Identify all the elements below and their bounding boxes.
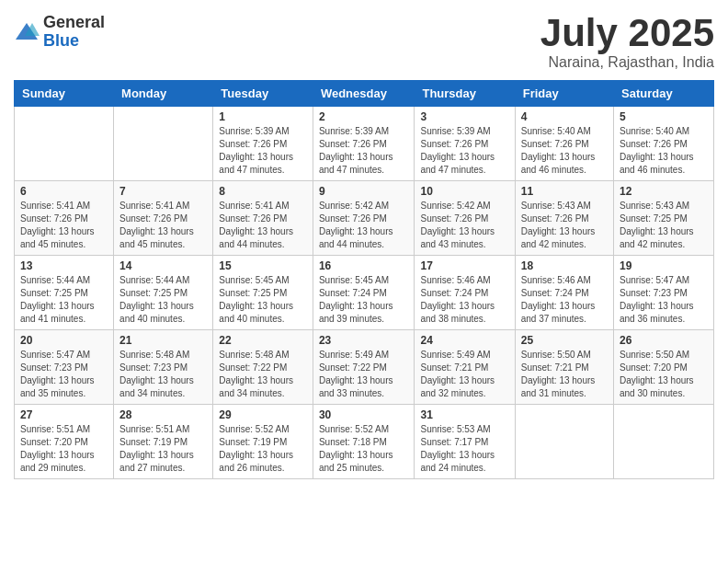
table-row: 20Sunrise: 5:47 AMSunset: 7:23 PMDayligh…	[15, 330, 114, 405]
col-friday: Friday	[515, 81, 613, 107]
day-number: 23	[319, 334, 409, 347]
table-row: 29Sunrise: 5:52 AMSunset: 7:19 PMDayligh…	[213, 405, 313, 479]
table-row: 13Sunrise: 5:44 AMSunset: 7:25 PMDayligh…	[15, 256, 114, 330]
col-tuesday: Tuesday	[213, 81, 313, 107]
day-info: Sunrise: 5:43 AMSunset: 7:25 PMDaylight:…	[620, 200, 708, 251]
day-number: 15	[219, 259, 307, 272]
day-info: Sunrise: 5:40 AMSunset: 7:26 PMDaylight:…	[620, 125, 708, 177]
table-row: 21Sunrise: 5:48 AMSunset: 7:23 PMDayligh…	[114, 330, 213, 405]
calendar-week-row: 1Sunrise: 5:39 AMSunset: 7:26 PMDaylight…	[15, 107, 714, 181]
day-number: 10	[420, 185, 508, 198]
day-info: Sunrise: 5:53 AMSunset: 7:17 PMDaylight:…	[420, 423, 508, 475]
table-row: 3Sunrise: 5:39 AMSunset: 7:26 PMDaylight…	[415, 107, 515, 181]
day-number: 26	[620, 334, 708, 347]
table-row: 18Sunrise: 5:46 AMSunset: 7:24 PMDayligh…	[515, 256, 613, 330]
day-info: Sunrise: 5:42 AMSunset: 7:26 PMDaylight:…	[319, 200, 409, 251]
table-row: 8Sunrise: 5:41 AMSunset: 7:26 PMDaylight…	[213, 181, 313, 256]
col-thursday: Thursday	[415, 81, 515, 107]
table-row	[614, 405, 714, 479]
table-row: 28Sunrise: 5:51 AMSunset: 7:19 PMDayligh…	[114, 405, 213, 479]
day-info: Sunrise: 5:44 AMSunset: 7:25 PMDaylight:…	[119, 274, 207, 326]
table-row: 16Sunrise: 5:45 AMSunset: 7:24 PMDayligh…	[313, 256, 415, 330]
calendar-table: Sunday Monday Tuesday Wednesday Thursday…	[14, 80, 714, 479]
day-info: Sunrise: 5:43 AMSunset: 7:26 PMDaylight:…	[521, 200, 608, 251]
location: Naraina, Rajasthan, India	[540, 54, 714, 71]
col-sunday: Sunday	[15, 81, 114, 107]
day-number: 24	[420, 334, 508, 347]
table-row: 26Sunrise: 5:50 AMSunset: 7:20 PMDayligh…	[614, 330, 714, 405]
logo-text: General Blue	[43, 14, 105, 51]
day-info: Sunrise: 5:41 AMSunset: 7:26 PMDaylight:…	[20, 200, 108, 251]
title-block: July 2025 Naraina, Rajasthan, India	[540, 14, 714, 71]
table-row: 17Sunrise: 5:46 AMSunset: 7:24 PMDayligh…	[415, 256, 515, 330]
table-row: 2Sunrise: 5:39 AMSunset: 7:26 PMDaylight…	[313, 107, 415, 181]
day-info: Sunrise: 5:44 AMSunset: 7:25 PMDaylight:…	[20, 274, 108, 326]
table-row: 4Sunrise: 5:40 AMSunset: 7:26 PMDaylight…	[515, 107, 613, 181]
table-row: 30Sunrise: 5:52 AMSunset: 7:18 PMDayligh…	[313, 405, 415, 479]
day-info: Sunrise: 5:52 AMSunset: 7:18 PMDaylight:…	[319, 423, 409, 475]
day-number: 7	[119, 185, 207, 198]
table-row: 9Sunrise: 5:42 AMSunset: 7:26 PMDaylight…	[313, 181, 415, 256]
day-info: Sunrise: 5:40 AMSunset: 7:26 PMDaylight:…	[521, 125, 608, 177]
day-info: Sunrise: 5:45 AMSunset: 7:24 PMDaylight:…	[319, 274, 409, 326]
table-row	[515, 405, 613, 479]
calendar-header-row: Sunday Monday Tuesday Wednesday Thursday…	[15, 81, 714, 107]
day-number: 30	[319, 408, 409, 421]
day-number: 31	[420, 408, 508, 421]
table-row: 10Sunrise: 5:42 AMSunset: 7:26 PMDayligh…	[415, 181, 515, 256]
table-row: 24Sunrise: 5:49 AMSunset: 7:21 PMDayligh…	[415, 330, 515, 405]
day-number: 5	[620, 110, 708, 123]
day-info: Sunrise: 5:39 AMSunset: 7:26 PMDaylight:…	[319, 125, 409, 177]
table-row: 22Sunrise: 5:48 AMSunset: 7:22 PMDayligh…	[213, 330, 313, 405]
calendar-week-row: 13Sunrise: 5:44 AMSunset: 7:25 PMDayligh…	[15, 256, 714, 330]
day-number: 1	[219, 110, 307, 123]
day-info: Sunrise: 5:48 AMSunset: 7:22 PMDaylight:…	[219, 349, 307, 400]
day-info: Sunrise: 5:46 AMSunset: 7:24 PMDaylight:…	[521, 274, 608, 326]
page-header: General Blue July 2025 Naraina, Rajastha…	[14, 14, 714, 71]
calendar-week-row: 27Sunrise: 5:51 AMSunset: 7:20 PMDayligh…	[15, 405, 714, 479]
day-number: 27	[20, 408, 108, 421]
day-info: Sunrise: 5:51 AMSunset: 7:20 PMDaylight:…	[20, 423, 108, 475]
table-row	[114, 107, 213, 181]
day-number: 19	[620, 259, 708, 272]
table-row	[15, 107, 114, 181]
day-info: Sunrise: 5:49 AMSunset: 7:21 PMDaylight:…	[420, 349, 508, 400]
day-number: 11	[521, 185, 608, 198]
day-info: Sunrise: 5:42 AMSunset: 7:26 PMDaylight:…	[420, 200, 508, 251]
day-info: Sunrise: 5:47 AMSunset: 7:23 PMDaylight:…	[20, 349, 108, 400]
day-number: 18	[521, 259, 608, 272]
day-info: Sunrise: 5:49 AMSunset: 7:22 PMDaylight:…	[319, 349, 409, 400]
day-number: 22	[219, 334, 307, 347]
col-saturday: Saturday	[614, 81, 714, 107]
logo-icon	[14, 19, 40, 45]
day-number: 16	[319, 259, 409, 272]
col-wednesday: Wednesday	[313, 81, 415, 107]
calendar-week-row: 20Sunrise: 5:47 AMSunset: 7:23 PMDayligh…	[15, 330, 714, 405]
day-info: Sunrise: 5:50 AMSunset: 7:21 PMDaylight:…	[521, 349, 608, 400]
day-info: Sunrise: 5:48 AMSunset: 7:23 PMDaylight:…	[119, 349, 207, 400]
day-info: Sunrise: 5:45 AMSunset: 7:25 PMDaylight:…	[219, 274, 307, 326]
day-number: 17	[420, 259, 508, 272]
table-row: 7Sunrise: 5:41 AMSunset: 7:26 PMDaylight…	[114, 181, 213, 256]
day-number: 12	[620, 185, 708, 198]
table-row: 15Sunrise: 5:45 AMSunset: 7:25 PMDayligh…	[213, 256, 313, 330]
col-monday: Monday	[114, 81, 213, 107]
day-number: 28	[119, 408, 207, 421]
day-info: Sunrise: 5:41 AMSunset: 7:26 PMDaylight:…	[119, 200, 207, 251]
day-number: 4	[521, 110, 608, 123]
day-info: Sunrise: 5:39 AMSunset: 7:26 PMDaylight:…	[420, 125, 508, 177]
day-number: 3	[420, 110, 508, 123]
logo-general: General	[43, 14, 105, 32]
day-info: Sunrise: 5:50 AMSunset: 7:20 PMDaylight:…	[620, 349, 708, 400]
day-info: Sunrise: 5:39 AMSunset: 7:26 PMDaylight:…	[219, 125, 307, 177]
day-number: 21	[119, 334, 207, 347]
table-row: 23Sunrise: 5:49 AMSunset: 7:22 PMDayligh…	[313, 330, 415, 405]
table-row: 27Sunrise: 5:51 AMSunset: 7:20 PMDayligh…	[15, 405, 114, 479]
logo-blue: Blue	[43, 32, 105, 51]
day-info: Sunrise: 5:41 AMSunset: 7:26 PMDaylight:…	[219, 200, 307, 251]
month-title: July 2025	[540, 14, 714, 52]
day-number: 29	[219, 408, 307, 421]
table-row: 31Sunrise: 5:53 AMSunset: 7:17 PMDayligh…	[415, 405, 515, 479]
day-info: Sunrise: 5:51 AMSunset: 7:19 PMDaylight:…	[119, 423, 207, 475]
day-number: 13	[20, 259, 108, 272]
